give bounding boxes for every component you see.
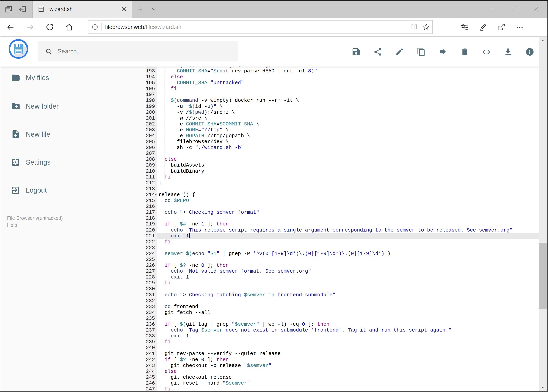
refresh-button[interactable] (43, 18, 57, 36)
more-menu-button[interactable] (513, 18, 527, 36)
line-number[interactable]: 229 (146, 280, 157, 286)
line-number[interactable]: 216 (146, 203, 157, 210)
line-number[interactable]: 206 (146, 145, 157, 150)
code-line[interactable]: 214▾release () { (146, 192, 539, 198)
line-number[interactable]: 196 (146, 86, 157, 91)
line-number[interactable]: 215 (146, 198, 157, 203)
file-info-button[interactable] (525, 47, 535, 57)
fold-arrow-icon[interactable]: ▾ (155, 192, 157, 198)
code-line[interactable]: 242 if [ $? -ne 0 ]; then (146, 357, 539, 363)
filebrowser-logo[interactable] (9, 39, 28, 59)
code-line[interactable]: 237 echo "Tag $semver does not exist in … (146, 327, 539, 333)
line-number[interactable]: 232 (146, 298, 157, 304)
code-line[interactable]: 234 git fetch --all (146, 310, 539, 315)
share-page-button[interactable] (494, 18, 508, 36)
line-number[interactable]: 219 (146, 221, 157, 227)
sidebar-item-new-file[interactable]: New file (0, 125, 94, 144)
line-number[interactable]: 247 (146, 386, 157, 392)
delete-button[interactable] (460, 47, 470, 57)
line-number[interactable]: 238 (146, 333, 157, 339)
code-line[interactable]: 201 -w //src \ (146, 115, 539, 121)
rename-button[interactable] (395, 47, 405, 57)
sidebar-item-new-folder[interactable]: New folder (0, 97, 94, 116)
move-button[interactable] (438, 47, 448, 57)
code-line[interactable]: 224 semver=$(echo "$1" | grep -P '^v(0|[… (146, 251, 539, 257)
code-line[interactable]: 222 fi (146, 239, 539, 245)
line-number[interactable]: 197 (146, 91, 157, 98)
code-line[interactable]: 198 $(command -v winpty) docker run --rm… (146, 98, 539, 103)
code-line[interactable]: 235 (146, 315, 539, 321)
code-line[interactable]: 227 echo "Not valid semver format. See s… (146, 268, 539, 274)
line-number[interactable]: 218 (146, 215, 157, 221)
code-line[interactable]: 243 git checkout -b release "$semver" (146, 363, 539, 369)
home-button[interactable] (62, 18, 76, 36)
line-number[interactable]: 237 (146, 327, 157, 333)
line-number[interactable]: 207 (146, 150, 157, 156)
code-line[interactable]: 197 (146, 91, 539, 98)
code-line[interactable]: 220 echo "This release script requires a… (146, 227, 539, 233)
code-line[interactable]: 240 (146, 345, 539, 351)
line-number[interactable]: 204 (146, 133, 157, 139)
line-number[interactable]: 246 (146, 380, 157, 386)
reading-view-button[interactable] (408, 23, 420, 30)
save-button[interactable] (351, 47, 361, 57)
code-line[interactable]: 232 (146, 298, 539, 304)
line-number[interactable]: 213 (146, 186, 157, 192)
add-favorite-button[interactable] (420, 23, 432, 31)
tab-close-icon[interactable] (121, 6, 127, 12)
line-number[interactable]: 226 (146, 262, 157, 268)
line-number[interactable]: 203 (146, 127, 157, 133)
code-line[interactable]: 196 fi (146, 86, 539, 91)
line-number[interactable]: 211 (146, 174, 157, 180)
code-line[interactable]: 225 (146, 257, 539, 262)
back-button[interactable] (4, 18, 18, 36)
scroll-up-icon[interactable] (539, 37, 547, 44)
line-number[interactable]: 217 (146, 210, 157, 215)
code-line[interactable]: 236 if [ $(git tag | grep "$semver" | wc… (146, 321, 539, 327)
scrollbar-thumb[interactable] (539, 243, 547, 309)
new-tab-button[interactable] (135, 5, 146, 14)
code-line[interactable]: 223 (146, 245, 539, 251)
line-number[interactable]: 212 (146, 180, 157, 186)
tab-preview-button[interactable] (3, 5, 14, 14)
code-line[interactable]: 215 cd $REPO (146, 198, 539, 203)
code-line[interactable]: 203 -e HOME="//tmp" \ (146, 127, 539, 133)
code-line[interactable]: 202 -e COMMIT_SHA=$COMMIT_SHA \ (146, 121, 539, 127)
line-number[interactable]: 194 (146, 74, 157, 80)
line-number[interactable]: 241 (146, 351, 157, 357)
line-number[interactable]: 193 (146, 68, 157, 74)
line-number[interactable]: 245 (146, 374, 157, 380)
share-button[interactable] (373, 47, 383, 57)
line-number[interactable]: 209 (146, 162, 157, 168)
tab-list-button[interactable] (149, 5, 160, 14)
line-number[interactable]: 199 (146, 104, 157, 109)
scrollbar[interactable] (539, 37, 547, 392)
code-line[interactable]: 217 echo "> Checking semver format" (146, 210, 539, 215)
code-line[interactable]: 226 if [ $? -ne 0 ]; then (146, 262, 539, 268)
code-line[interactable]: 210 buildBinary (146, 168, 539, 174)
line-number[interactable]: 210 (146, 168, 157, 174)
line-number[interactable]: 205 (146, 139, 157, 145)
line-number[interactable]: 223 (146, 245, 157, 251)
tab-wizard-sh[interactable]: wizard.sh (33, 0, 132, 18)
line-number[interactable]: 202 (146, 121, 157, 127)
code-line[interactable]: 207 (146, 150, 539, 156)
code-line[interactable]: 241 git rev-parse --verify --quiet relea… (146, 351, 539, 357)
copy-button[interactable] (416, 47, 426, 57)
hub-button[interactable] (458, 18, 472, 36)
line-number[interactable]: 224 (146, 251, 157, 257)
code-line[interactable]: 216 (146, 203, 539, 210)
code-line[interactable]: 219 if [ $# -ne 1 ]; then (146, 221, 539, 227)
set-tabs-aside-button[interactable] (17, 5, 28, 14)
code-line[interactable]: 230 (146, 286, 539, 292)
scroll-down-icon[interactable] (539, 384, 547, 392)
line-number[interactable]: 195 (146, 80, 157, 86)
line-number[interactable]: 240 (146, 345, 157, 351)
sidebar-item-logout[interactable]: Logout (0, 181, 94, 200)
line-number[interactable]: 236 (146, 321, 157, 327)
code-line[interactable]: 199 -u "$(id -u)" \ (146, 104, 539, 109)
line-number[interactable]: 208 (146, 156, 157, 162)
search-input[interactable] (57, 48, 238, 55)
code-line[interactable]: 200 -v /$(pwd):/src:z \ (146, 109, 539, 115)
code-line[interactable]: 218 (146, 215, 539, 221)
